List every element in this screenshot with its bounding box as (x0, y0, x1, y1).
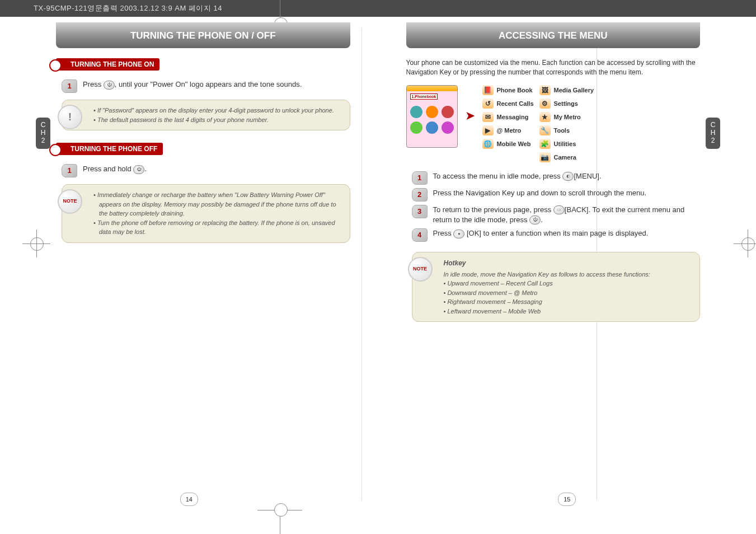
menu-column-2: 🖼Media Gallery ⚙Settings ★My Metro 🔧Tool… (539, 85, 594, 162)
menu-item: 🔧Tools (539, 125, 594, 135)
end-key-icon: ⏻ (104, 81, 115, 90)
end-key-icon: ⏻ (529, 216, 541, 224)
tools-icon: 🔧 (539, 125, 551, 135)
menu-overview: 1.Phonebook ➤ 📕Phone Book ↺Recent Calls … (406, 85, 701, 162)
hotkey-bullet: • Upward movement – Recent Call Logs (444, 279, 692, 288)
step-number-badge: 1 (62, 164, 77, 177)
settings-icon: ⚙ (539, 99, 551, 109)
note-bullet: • Turn the phone off before removing or … (93, 218, 342, 237)
step: 3 To return to the previous page, press … (412, 205, 701, 225)
my-metro-icon: ★ (539, 112, 551, 122)
section-heading-phone-on: TURNING THE PHONE ON (56, 58, 159, 71)
step-text: Press ● [OK] to enter a function when it… (433, 228, 701, 238)
menu-item: ↺Recent Calls (482, 99, 534, 109)
camera-icon: 📷 (539, 152, 551, 162)
menu-item: 🧩Utilities (539, 139, 594, 149)
page-number: 15 (558, 493, 576, 506)
hotkey-intro: In idle mode, move the Navigation Key as… (444, 270, 692, 279)
hotkey-bullet: • Rightward movement – Messaging (444, 297, 692, 307)
step-number-badge: 1 (412, 171, 428, 185)
step-text: Press and hold ⏻. (83, 164, 350, 174)
page-14: C H 2 TURNING THE PHONE ON / OFF TURNING… (0, 17, 378, 534)
step-number-badge: 3 (412, 205, 428, 218)
step: 1 Press and hold ⏻. (62, 164, 350, 177)
mobile-web-icon: 🌐 (482, 139, 494, 149)
step-number-badge: 1 (62, 79, 77, 93)
softkey-icon: ◐ (562, 172, 574, 181)
messaging-icon: ✉ (482, 112, 494, 122)
chapter-tab: C H 2 (706, 118, 720, 149)
menu-item: 📕Phone Book (482, 85, 534, 95)
page-title: ACCESSING THE MENU (406, 22, 701, 48)
hotkey-title: Hotkey (444, 258, 692, 268)
step: 1 To access the menu in idle mode, press… (412, 171, 701, 185)
hotkey-bullet: • Leftward movement – Mobile Web (444, 307, 692, 316)
step: 1 Press ⏻, until your "Power On" logo ap… (62, 79, 350, 93)
hotkey-note: NOTE Hotkey In idle mode, move the Navig… (412, 252, 701, 322)
media-gallery-icon: 🖼 (539, 85, 551, 95)
menu-item: 🌐Mobile Web (482, 139, 534, 149)
step-text: Press the Navigation Key up and down to … (433, 188, 701, 198)
intro-paragraph: Your phone can be customized via the men… (406, 58, 701, 77)
caution-icon: ! (58, 105, 82, 129)
menu-item: 🖼Media Gallery (539, 85, 594, 95)
note-icon: NOTE (58, 189, 82, 214)
page-15: C H 2 ACCESSING THE MENU Your phone can … (378, 17, 757, 534)
end-key-icon: ⏻ (133, 165, 144, 174)
page-title: TURNING THE PHONE ON / OFF (56, 22, 350, 48)
step-text: To return to the previous page, press ▭[… (433, 205, 701, 225)
step-text: To access the menu in idle mode, press ◐… (433, 171, 701, 181)
step: 2 Press the Navigation Key up and down t… (412, 188, 701, 202)
menu-column-1: 📕Phone Book ↺Recent Calls ✉Messaging ▶@ … (482, 85, 534, 162)
recent-calls-icon: ↺ (482, 99, 494, 109)
step-text: Press ⏻, until your "Power On" logo appe… (83, 79, 350, 90)
menu-item: ✉Messaging (482, 112, 534, 122)
phonebook-icon: 📕 (482, 85, 494, 95)
note-icon: NOTE (408, 257, 433, 282)
note-bullet: • The default password is the last 4 dig… (93, 115, 342, 125)
chapter-tab: C H 2 (36, 118, 50, 149)
back-key-icon: ▭ (553, 205, 565, 214)
note-bullet: • Immediately change or recharge the bat… (93, 190, 342, 218)
page-number: 14 (180, 493, 198, 506)
menu-item: 📷Camera (539, 152, 594, 162)
file-header: TX-95CMP-121영문출력 2003.12.12 3:9 AM 페이지 1… (0, 0, 756, 17)
menu-item: ★My Metro (539, 112, 594, 122)
menu-item: ⚙Settings (539, 99, 594, 109)
note-box: NOTE • Immediately change or recharge th… (62, 184, 350, 243)
at-metro-icon: ▶ (482, 125, 494, 135)
menu-item: ▶@ Metro (482, 125, 534, 135)
utilities-icon: 🧩 (539, 139, 551, 149)
section-heading-phone-off: TURNING THE PHONE OFF (56, 143, 163, 155)
phone-screen-label: 1.Phonebook (410, 93, 438, 100)
caution-note: ! • If "Password" appears on the display… (62, 100, 350, 130)
step: 4 Press ● [OK] to enter a function when … (412, 228, 701, 242)
step-number-badge: 2 (412, 188, 428, 202)
note-bullet: • If "Password" appears on the display e… (93, 106, 342, 115)
step-number-badge: 4 (412, 228, 428, 242)
ok-key-icon: ● (453, 229, 464, 238)
arrow-icon: ➤ (463, 85, 477, 147)
phone-screen-illustration: 1.Phonebook (406, 85, 458, 148)
hotkey-bullet: • Downward movement – @ Metro (444, 288, 692, 298)
